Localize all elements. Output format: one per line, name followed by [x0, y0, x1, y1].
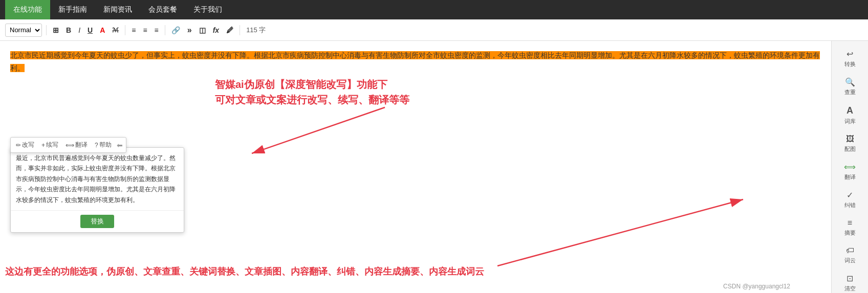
- check-icon: 🔍: [845, 77, 855, 87]
- toolbar-separator-1: [46, 25, 47, 35]
- nav-item-news[interactable]: 新闻资讯: [95, 0, 140, 19]
- continue-float-btn[interactable]: + 续写: [39, 140, 60, 150]
- toolbar-separator-2: [125, 25, 125, 35]
- heading-btn[interactable]: ⊞: [51, 25, 61, 35]
- sidebar-label-summary: 摘要: [844, 229, 856, 237]
- sidebar-label-check: 查重: [844, 88, 856, 96]
- plus-icon: +: [41, 142, 45, 149]
- toolbar-separator-4: [240, 25, 240, 35]
- sidebar-btn-translate[interactable]: ⟺ 翻译: [833, 158, 867, 185]
- char-count: 115 字: [246, 26, 266, 35]
- table-btn[interactable]: ◫: [197, 25, 208, 35]
- clear-icon: ⊡: [847, 274, 853, 283]
- sidebar-label-vocab: 词库: [844, 118, 856, 125]
- formula-btn[interactable]: fx: [211, 25, 221, 35]
- annotation-bottom: 这边有更全的功能选项，伪原创、文章查重、关键词替换、文章插图、内容翻译、纠错、内…: [5, 265, 484, 278]
- sidebar-btn-clear[interactable]: ⊡ 清空: [833, 269, 867, 293]
- sidebar-btn-image[interactable]: 🖼 配图: [833, 130, 867, 157]
- sidebar-label-translate: 翻译: [844, 173, 856, 181]
- sidebar-btn-wordcloud[interactable]: 🏷 词云: [833, 242, 867, 268]
- nav-item-guide[interactable]: 新手指南: [50, 0, 95, 19]
- editor-area[interactable]: 北京市民近期感觉到今年夏天的蚊虫少了，但事实上，蚊虫密度并没有下降。根据北京市疾…: [0, 41, 831, 293]
- style-select[interactable]: Normal: [5, 24, 42, 37]
- annotation-right-line1: 智媒ai伪原创【深度智能改写】功能下: [215, 77, 409, 92]
- align-center-btn[interactable]: ≡: [141, 25, 149, 35]
- watermark: CSDN @yangguangcl12: [723, 283, 790, 290]
- editor-content[interactable]: 北京市民近期感觉到今年夏天的蚊虫少了，但事实上，蚊虫密度并没有下降。根据北京市疾…: [10, 49, 821, 75]
- translate-icon: ⟺: [66, 142, 74, 149]
- annotation-right: 智媒ai伪原创【深度智能改写】功能下 可对文章或文案进行改写、续写、翻译等等: [215, 77, 409, 107]
- svg-line-2: [497, 199, 743, 266]
- quote-btn[interactable]: »: [185, 25, 194, 36]
- correct-icon: ✓: [847, 190, 853, 200]
- help-icon: ?: [95, 142, 98, 149]
- rewrite-popup: 最近，北京市民普遍感觉到今年夏天的蚊虫数量减少了。然而，事实并非如此，实际上蚊虫…: [10, 147, 184, 233]
- float-toolbar[interactable]: ✏ 改写 + 续写 ⟺ 翻译 ? 帮助 ⬅: [10, 137, 126, 153]
- pencil-icon: ✏: [16, 142, 21, 149]
- sidebar-label-correct: 纠错: [844, 201, 856, 209]
- sidebar-btn-correct[interactable]: ✓ 纠错: [833, 186, 867, 213]
- sidebar-btn-summary[interactable]: ≡ 摘要: [833, 214, 867, 241]
- nav-item-about[interactable]: 关于我们: [185, 0, 230, 19]
- translate-float-btn[interactable]: ⟺ 翻译: [63, 140, 90, 150]
- nav-item-online[interactable]: 在线功能: [5, 0, 50, 19]
- image-icon: 🖼: [846, 134, 854, 144]
- nav-item-membership[interactable]: 会员套餐: [140, 0, 185, 19]
- right-sidebar: ↩ 转换 🔍 查重 A 词库 🖼 配图 ⟺ 翻译 ✓ 纠错 ≡ 摘要 🏷: [831, 41, 868, 293]
- sidebar-label-wordcloud: 词云: [844, 257, 856, 264]
- italic-btn[interactable]: I: [76, 25, 82, 35]
- sidebar-label-clear: 清空: [844, 285, 856, 292]
- main-area: 北京市民近期感觉到今年夏天的蚊虫少了，但事实上，蚊虫密度并没有下降。根据北京市疾…: [0, 41, 868, 293]
- toolbar-separator-3: [165, 25, 165, 35]
- strikethrough-btn[interactable]: ℳ: [110, 26, 121, 35]
- sidebar-btn-check[interactable]: 🔍 查重: [833, 73, 867, 100]
- help-label: 帮助: [99, 141, 112, 149]
- underline-btn[interactable]: U: [85, 25, 95, 35]
- convert-icon: ↩: [847, 49, 853, 59]
- replace-btn[interactable]: 替换: [80, 215, 114, 228]
- sidebar-label-image: 配图: [844, 145, 856, 153]
- fontcolor-btn[interactable]: A: [98, 25, 107, 35]
- rewrite-popup-footer: 替换: [11, 211, 184, 232]
- link-btn[interactable]: 🔗: [169, 25, 182, 35]
- wordcloud-icon: 🏷: [846, 246, 854, 255]
- align-right-btn[interactable]: ≡: [153, 25, 161, 35]
- rewrite-label: 改写: [22, 141, 34, 149]
- translate-sidebar-icon: ⟺: [844, 162, 856, 172]
- paint-btn[interactable]: 🖉: [224, 25, 235, 35]
- help-float-btn[interactable]: ? 帮助: [93, 140, 114, 150]
- summary-icon: ≡: [848, 218, 852, 228]
- highlighted-paragraph: 北京市民近期感觉到今年夏天的蚊虫少了，但事实上，蚊虫密度并没有下降。根据北京市疾…: [10, 51, 820, 72]
- rewrite-float-btn[interactable]: ✏ 改写: [14, 140, 36, 150]
- rewrite-popup-body: 最近，北京市民普遍感觉到今年夏天的蚊虫数量减少了。然而，事实并非如此，实际上蚊虫…: [11, 148, 184, 211]
- sidebar-btn-vocab[interactable]: A 词库: [833, 101, 867, 129]
- sidebar-btn-convert[interactable]: ↩ 转换: [833, 45, 867, 72]
- arrow-icon: ⬅: [117, 141, 123, 149]
- align-left-btn[interactable]: ≡: [129, 25, 138, 35]
- annotation-right-line2: 可对文章或文案进行改写、续写、翻译等等: [215, 92, 409, 107]
- svg-line-1: [252, 107, 385, 153]
- nav-bar: 在线功能 新手指南 新闻资讯 会员套餐 关于我们: [0, 0, 868, 19]
- toolbar: Normal ⊞ B I U A ℳ ≡ ≡ ≡ 🔗 » ◫ fx 🖉 115 …: [0, 19, 868, 41]
- sidebar-label-convert: 转换: [844, 60, 856, 68]
- vocab-icon: A: [847, 105, 853, 116]
- bold-btn[interactable]: B: [64, 25, 73, 35]
- continue-label: 续写: [46, 141, 58, 149]
- translate-label: 翻译: [75, 141, 88, 149]
